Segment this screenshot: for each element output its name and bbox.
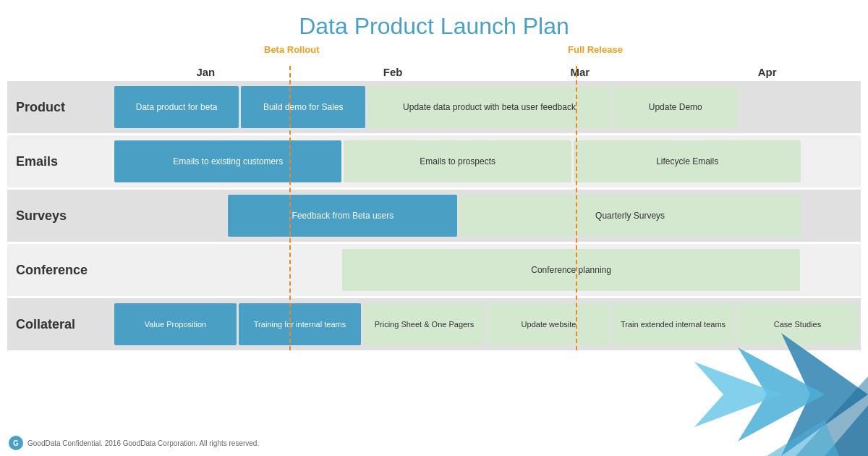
milestone-full-label: Full Release <box>568 44 623 55</box>
row-conference: Conference Conference planning <box>7 244 861 296</box>
row-product: Product Data product for beta Build demo… <box>7 81 861 133</box>
task-build-demo: Build demo for Sales <box>241 86 365 128</box>
task-quarterly-surveys: Quarterly Surveys <box>459 195 800 237</box>
page-container: Data Product Launch Plan Beta Rollout Fu… <box>0 0 868 456</box>
col-header-feb: Feb <box>299 66 487 78</box>
task-empty-4 <box>803 195 859 237</box>
task-feedback-beta: Feedback from Beta users <box>228 195 457 237</box>
task-update-demo: Update Demo <box>613 86 738 128</box>
task-empty-5 <box>114 249 340 291</box>
task-emails-prospects: Emails to prospects <box>344 140 571 182</box>
footer-logo: G <box>9 436 23 450</box>
task-training: Training for internal teams <box>239 303 361 345</box>
task-update-data-product: Update data product with beta user feedb… <box>367 86 610 128</box>
decorative-triangles <box>694 333 868 456</box>
col-header-jan: Jan <box>112 66 299 78</box>
task-emails-existing: Emails to existing customers <box>114 140 341 182</box>
task-empty-2 <box>803 140 859 182</box>
footer: G GoodData Confidential. 2016 GoodData C… <box>9 436 259 450</box>
row-surveys: Surveys Feedback from Beta users Quarter… <box>7 190 861 242</box>
task-empty-3 <box>114 195 226 237</box>
header-row: Jan Feb Mar Apr <box>7 66 861 78</box>
task-empty-6 <box>802 249 859 291</box>
label-surveys: Surveys <box>7 190 112 242</box>
row-emails: Emails Emails to existing customers Emai… <box>7 135 861 187</box>
task-lifecycle-emails: Lifecycle Emails <box>574 140 801 182</box>
task-pricing-sheet: Pricing Sheet & One Pagers <box>363 303 485 345</box>
task-update-website: Update website <box>488 303 610 345</box>
page-title: Data Product Launch Plan <box>0 0 868 44</box>
label-collateral: Collateral <box>7 298 112 350</box>
gantt-area: Jan Feb Mar Apr Product Data product for… <box>7 66 861 350</box>
task-value-prop: Value Proposition <box>114 303 237 345</box>
task-conference-planning: Conference planning <box>342 249 800 291</box>
label-product: Product <box>7 81 112 133</box>
label-emails: Emails <box>7 135 112 187</box>
col-header-apr: Apr <box>673 66 861 78</box>
label-conference: Conference <box>7 244 112 296</box>
footer-text: GoodData Confidential. 2016 GoodData Cor… <box>27 439 259 447</box>
task-empty-1 <box>740 86 859 128</box>
milestone-beta-label: Beta Rollout <box>264 44 320 55</box>
col-header-mar: Mar <box>487 66 674 78</box>
task-data-product-beta: Data product for beta <box>114 86 239 128</box>
